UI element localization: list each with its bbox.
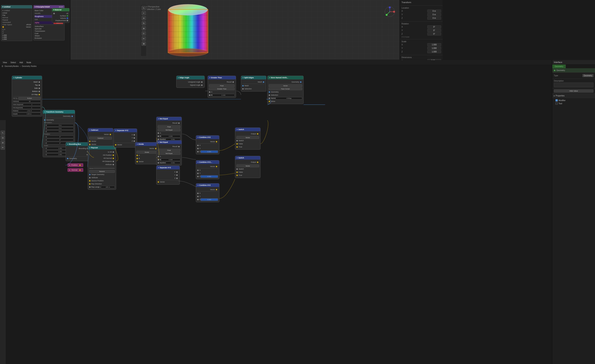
- transform-tool[interactable]: ☩: [142, 31, 146, 36]
- cylinder-node-header[interactable]: ▾ Cylinder: [12, 76, 42, 79]
- loc-y-value[interactable]: 0 m: [427, 13, 441, 16]
- tool-label: Tool: [559, 103, 562, 105]
- scale-section: Scale X 1.000 Y 1.000 Z 1.000: [400, 39, 443, 55]
- geometry-item-row[interactable]: Geometry: [552, 68, 595, 73]
- scale-y-value[interactable]: 1.000: [427, 47, 441, 50]
- divide-node-header[interactable]: ▾ Divide: [135, 142, 158, 146]
- rot-y-label: Y: [402, 29, 405, 32]
- tool-checkbox-row[interactable]: Tool: [554, 102, 594, 105]
- subtract-node-header[interactable]: ▾ Subtract: [88, 128, 113, 132]
- subtract-node: ▾ Subtract Vector Subtract Vector Vector: [88, 128, 113, 147]
- divide-node: ▾ Divide Vector Divide A B Vector: [135, 142, 159, 164]
- interface-title: Interface: [554, 61, 562, 63]
- raycast-node-header[interactable]: ▾ Raycast: [88, 146, 116, 149]
- combine-xyz-2-header[interactable]: ▾ Combine XYZ...: [196, 160, 219, 164]
- location-section: Location X 0 m Y 0 m Z 0 m: [400, 6, 443, 21]
- split-edges-header[interactable]: ▾ Split Edges: [241, 76, 266, 79]
- cylinder-node: ▾ Cylinder Mesh Top Side Bottom UV Map: [12, 76, 42, 117]
- separate-xyz-1-node: ▾ Separate XYZ X Y Z Vector: [113, 129, 137, 147]
- svg-rect-2: [169, 10, 208, 52]
- tool-checkbox[interactable]: [555, 102, 558, 105]
- measure-tool[interactable]: ⊞: [142, 41, 146, 46]
- combine-xyz-1-node: ▾ Combine XYZ Vector X Y Z 0.000: [196, 135, 219, 154]
- ne-tool-annotate[interactable]: ✏: [0, 145, 5, 150]
- rot-x-value[interactable]: 0°: [427, 25, 441, 28]
- store-named-attribute-header[interactable]: ▾ Store Named Attrib...: [268, 76, 303, 79]
- ne-crumb2[interactable]: Geometry Nodes: [22, 65, 37, 67]
- gn-right-tab-bar: Geometry: [552, 65, 595, 68]
- rotate-tool[interactable]: ↻: [142, 21, 146, 25]
- scale-x-label: X: [402, 44, 405, 46]
- annotate-tool[interactable]: ✏: [142, 36, 146, 41]
- left-shader-panel: ▾ Untitled ▾ Untitled Linear Flat Normal…: [0, 0, 71, 60]
- transform-section: Transform: [400, 0, 443, 6]
- ne-menu-view[interactable]: View: [1, 61, 8, 64]
- ne-menu-add[interactable]: Add: [18, 61, 24, 64]
- scale-tool[interactable]: ⊕: [142, 26, 146, 30]
- scale-z-label: Z: [402, 51, 405, 53]
- split-edges-node: ▾ Split Edges Mesh Mesh Selection: [241, 76, 266, 91]
- ne-crumb1[interactable]: GeometryNodes: [5, 65, 19, 67]
- not-equal-1-node: ▾ Not Equal Result Float Not Equal A B: [156, 117, 182, 142]
- svg-point-17: [169, 4, 208, 15]
- ne-breadcrumb: ☰ GeometryNodes › Geometry Nodes: [1, 65, 37, 67]
- cursor-tool[interactable]: +: [142, 11, 146, 15]
- rot-y-value[interactable]: 0°: [427, 29, 441, 32]
- description-section: Description: [552, 79, 595, 89]
- switch-1-header[interactable]: ▾ Switch: [235, 128, 260, 131]
- combine-xyz-2-node: ▾ Combine XYZ... Vector X Y Z 0.000: [196, 160, 219, 179]
- svg-text:Z: Z: [389, 11, 390, 12]
- loc-x-label: X: [402, 10, 405, 12]
- properties-section-title[interactable]: ▸ Properties: [552, 94, 595, 98]
- ne-icon-arrow: ☰: [1, 65, 3, 67]
- texture-node: ▾ Untitled ▾ Untitled Linear Flat Normal…: [1, 5, 32, 41]
- not-equal-1-header[interactable]: ▾ Not Equal: [156, 117, 182, 120]
- gn-right-panel: Interface Geometry Geometry Type Geometr…: [552, 60, 595, 364]
- scale-label: Scale: [402, 41, 441, 43]
- not-equal-2-header[interactable]: ▾ Not Equal: [156, 140, 182, 144]
- 3d-viewport[interactable]: User Perspective (1) Collection | Cube ↖…: [71, 0, 443, 60]
- scale-x-value[interactable]: 1.000: [427, 43, 441, 46]
- ne-menu-select[interactable]: Select: [9, 61, 17, 64]
- combine-xyz-1-header[interactable]: ▾ Combine XYZ: [196, 136, 219, 139]
- separate-xyz-1-header[interactable]: ▾ Separate XYZ: [114, 129, 137, 132]
- rot-z-value[interactable]: 0°: [427, 33, 441, 35]
- combine-xyz-3-node: ▾ Combine XYZ Vector X Y Z 0.000: [196, 183, 219, 202]
- combine-xyz-3-header[interactable]: ▾ Combine XYZ: [196, 184, 219, 187]
- geometry-tab[interactable]: Geometry: [552, 65, 566, 68]
- scale-z-value[interactable]: 1.000: [427, 50, 441, 53]
- separate-xyz-2-header[interactable]: ▾ Separate XYZ: [156, 166, 180, 169]
- transform-geometry-header[interactable]: ▾ Transform Geometry: [43, 110, 75, 114]
- separate-xyz-2-node: ▾ Separate XYZ X Y Z Vector: [156, 166, 180, 185]
- edge-angle-header[interactable]: ▾ Edge Angle: [177, 76, 205, 79]
- top-viewport: ▾ Object Mode View Select Add Node Cube …: [0, 0, 443, 60]
- type-section: Type Geometry: [552, 73, 595, 79]
- hide-value-button[interactable]: Hide Value: [554, 89, 594, 93]
- store-named-attribute-node: ▾ Store Named Attrib... Geometry Vector …: [267, 76, 304, 104]
- modifier-checkbox-row[interactable]: Modifier: [554, 99, 594, 102]
- rotation-section: Rotation X 0° Y 0° Z 0° XYZ Euler: [400, 21, 443, 39]
- description-input[interactable]: [554, 82, 594, 87]
- select-tool[interactable]: ↖: [142, 6, 146, 10]
- switch-2-node: ▾ Switch Output Vector Switch False Tr: [235, 156, 261, 178]
- ne-tool-select[interactable]: ↖: [0, 131, 5, 135]
- ne-toolbar: ↖ ⊡ ⊘ ✏: [0, 120, 6, 364]
- move-tool[interactable]: ✛: [142, 16, 146, 20]
- modifier-checkbox[interactable]: [555, 99, 558, 102]
- ne-tool-box[interactable]: ⊡: [0, 136, 5, 140]
- nav-gizmo[interactable]: Z: [384, 6, 396, 18]
- svg-point-24: [393, 11, 395, 13]
- switch-2-header[interactable]: ▾ Switch: [235, 156, 260, 160]
- loc-z-value[interactable]: 0 m: [427, 17, 441, 20]
- modifier-label: Modifier: [559, 99, 566, 102]
- loc-x-value[interactable]: 0 m: [427, 10, 441, 13]
- transform-panel: Transform Location X 0 m Y 0 m Z 0 m Rot…: [400, 0, 443, 60]
- greater-than-header[interactable]: ▾ Greater Than: [208, 76, 236, 79]
- type-value[interactable]: Geometry: [582, 74, 594, 77]
- transform-title: Transform: [402, 1, 441, 4]
- ne-tool-lasso[interactable]: ⊘: [0, 140, 5, 145]
- ne-menu-node[interactable]: Node: [25, 61, 32, 64]
- svg-point-26: [386, 14, 388, 16]
- node-editor-header: View Select Add Node Geometry Nodes ⊞ ⊡ …: [0, 60, 595, 65]
- normal-input-node: ▸ Normal: [68, 168, 83, 172]
